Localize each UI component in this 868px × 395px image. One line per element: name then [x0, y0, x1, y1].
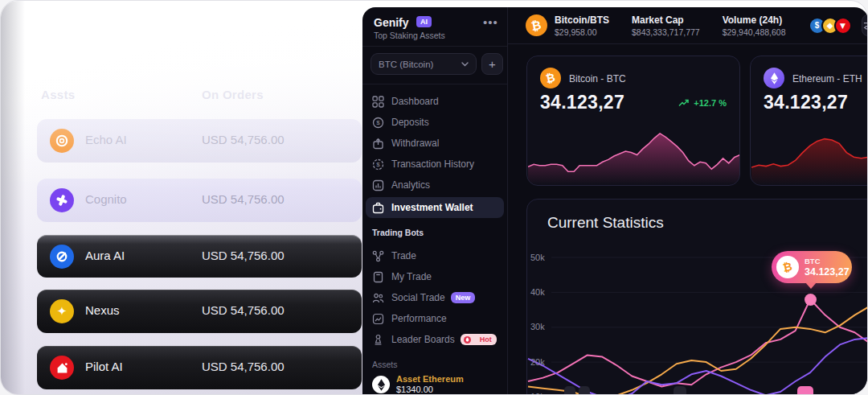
- cognito-logo-icon: [50, 188, 74, 212]
- asset-on-orders-value: USD 54,756.00: [202, 192, 285, 206]
- sidebar-item-leader-boards[interactable]: Leader Boards Hot: [366, 329, 504, 350]
- asset-name: Cognito: [85, 192, 127, 206]
- sidebar-item-label: Leader Boards: [391, 334, 455, 345]
- aura-ai-logo-icon: [50, 245, 74, 269]
- y-axis-label: 30k: [530, 322, 550, 331]
- sidebar-item-trade[interactable]: Trade: [366, 245, 504, 266]
- analytics-icon: [372, 179, 384, 191]
- ai-badge: AI: [416, 16, 432, 27]
- asset-on-orders-value: USD 54,756.00: [202, 249, 285, 262]
- sidebar-item-label: Trade: [391, 250, 416, 261]
- social-trade-icon: [372, 292, 384, 304]
- y-axis-label: 40k: [530, 287, 550, 297]
- my-trade-icon: [372, 271, 384, 283]
- bitcoin-icon: ₿: [776, 256, 799, 278]
- sidebar-item-label: My Trade: [391, 271, 432, 282]
- coin-selector-value: BTC (Bitcoin): [379, 60, 461, 69]
- sidebar-item-label: Deposits: [391, 117, 429, 128]
- nexus-logo-icon: ✦: [50, 299, 74, 323]
- bitcoin-icon: ₿: [540, 68, 561, 88]
- sidebar-item-label: Investment Wallet: [391, 202, 473, 213]
- wallet-icon: [372, 202, 384, 214]
- flame-icon: [464, 336, 471, 344]
- bitcoin-icon: ₿: [526, 14, 547, 36]
- echo-ai-logo-icon: [50, 129, 74, 153]
- app-logo-text: Genify: [374, 16, 409, 29]
- x-axis-chip: [564, 386, 575, 395]
- deposits-icon: $: [372, 117, 384, 129]
- genify-app-panel: Genify AI Top Staking Assets ••• BTC (Bi…: [362, 7, 868, 395]
- leader-boards-icon: [372, 334, 384, 346]
- sidebar-item-label: Social Trade: [391, 292, 445, 303]
- sidebar-item-investment-wallet[interactable]: Investment Wallet: [366, 197, 504, 218]
- asset-on-orders-value: USD 54,756.00: [202, 303, 285, 317]
- stat-value: $843,333,717,777: [632, 27, 700, 37]
- x-axis-chip-active: [797, 386, 813, 395]
- sidebar-item-label: Withdrawal: [391, 138, 439, 149]
- asset-name: Pilot AI: [85, 360, 123, 373]
- add-coin-button[interactable]: +: [481, 53, 503, 75]
- performance-icon: [372, 313, 384, 325]
- sidebar-item-my-trade[interactable]: My Trade: [366, 266, 504, 287]
- eth-price: 34.123,27: [764, 92, 848, 113]
- column-header-assets: Assts: [41, 88, 75, 101]
- y-axis-label: 50k: [530, 253, 550, 262]
- topbar-stat-volume: Volume (24h) $29,940,488,608: [723, 14, 786, 37]
- transaction-history-icon: $: [372, 158, 384, 171]
- filter-settings-button[interactable]: [862, 14, 868, 36]
- sidebar-item-label: Transaction History: [391, 158, 474, 170]
- page-edge-shadow: [1, 1, 25, 395]
- card-title: Bitcoin - BTC: [569, 73, 626, 84]
- app-subtitle: Top Staking Assets: [374, 31, 445, 40]
- sidebar-item-dashboard[interactable]: Dashboard: [366, 91, 504, 112]
- bitcoin-price-card[interactable]: ₿ Bitcoin - BTC 34.123,27 +12.7 %: [526, 56, 740, 186]
- asset-name: Nexus: [85, 303, 120, 317]
- svg-text:$: $: [376, 161, 380, 168]
- asset-name: Aura AI: [85, 249, 125, 262]
- statistics-line-chart: [527, 200, 868, 395]
- sidebar-asset-ethereum[interactable]: Asset Ethereum $1340.00: [362, 374, 507, 395]
- topbar-stat-bitcoin: ₿ Bitcoin/BTS $29,958.00: [526, 14, 609, 37]
- sidebar-item-label: Performance: [391, 313, 447, 324]
- y-axis-label: 10k: [530, 392, 550, 395]
- topbar-stat-market-cap: Market Cap $843,333,717,777: [632, 14, 700, 37]
- market-stats-topbar: ₿ Bitcoin/BTS $29,958.00 Market Cap $843…: [508, 7, 868, 44]
- table-row[interactable]: Pilot AI USD 54,756.00: [37, 346, 362, 389]
- ethereum-icon: [764, 68, 784, 88]
- tooltip-value: 34.123,27: [805, 266, 850, 278]
- sidebar-item-transaction-history[interactable]: $ Transaction History: [366, 154, 504, 175]
- section-label-trading-bots: Trading Bots: [372, 228, 424, 237]
- sidebar-item-deposits[interactable]: $ Deposits: [366, 112, 504, 133]
- sidebar-item-analytics[interactable]: Analytics: [366, 175, 504, 195]
- asset-name: Echo AI: [85, 133, 127, 146]
- card-title: Ethereum - ETH: [792, 73, 862, 84]
- table-row[interactable]: Cognito USD 54,756.00: [37, 179, 362, 222]
- coin-selector-dropdown[interactable]: BTC (Bitcoin): [371, 53, 477, 75]
- x-axis-chip: [674, 386, 686, 395]
- dashboard-icon: [372, 96, 384, 108]
- divider: [362, 46, 507, 47]
- x-axis-chip: [579, 386, 590, 395]
- table-row[interactable]: ✦ Nexus USD 54,756.00: [37, 290, 362, 333]
- sidebar-item-social-trade[interactable]: Social Trade New: [366, 287, 504, 308]
- svg-text:$: $: [376, 119, 380, 126]
- sidebar-item-performance[interactable]: Performance: [366, 308, 504, 329]
- sidebar-item-label: Analytics: [391, 179, 430, 191]
- tron-icon[interactable]: ▼: [834, 17, 852, 35]
- tooltip-coin-label: BTC: [805, 257, 821, 265]
- sidebar-item-withdrawal[interactable]: Withdrawal: [366, 133, 504, 154]
- eth-sparkline-chart: [751, 122, 868, 185]
- table-row[interactable]: Echo AI USD 54,756.00: [37, 119, 362, 163]
- btc-sparkline-chart: [528, 122, 740, 185]
- stat-value: $29,940,488,608: [723, 27, 786, 37]
- stat-label: Bitcoin/BTS: [555, 14, 609, 26]
- btc-price: 34.123,27: [540, 92, 624, 113]
- highlighted-data-point[interactable]: [805, 294, 817, 306]
- chevron-down-icon: [461, 62, 469, 67]
- new-badge: New: [451, 292, 476, 303]
- y-axis-label: 20k: [530, 357, 550, 367]
- sidebar-menu-ellipsis-icon[interactable]: •••: [483, 15, 498, 29]
- asset-on-orders-value: USD 54,756.00: [202, 133, 285, 146]
- ethereum-price-card[interactable]: Ethereum - ETH 34.123,27: [750, 56, 868, 186]
- table-row[interactable]: Aura AI USD 54,756.00: [37, 235, 362, 278]
